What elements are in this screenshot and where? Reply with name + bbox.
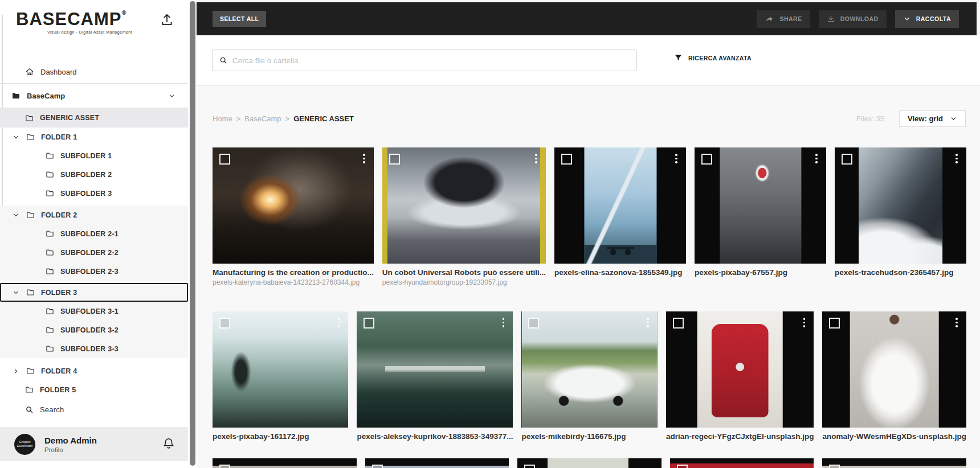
asset-thumbnail[interactable] — [357, 311, 513, 428]
thumbnail-image — [720, 147, 801, 264]
asset-thumbnail[interactable] — [554, 147, 686, 264]
asset-card[interactable] — [670, 458, 814, 468]
chevron-down-icon[interactable] — [13, 289, 26, 296]
asset-card[interactable]: pexels-aleksey-kuprikov-1883853-349377..… — [357, 311, 513, 441]
search-input[interactable] — [232, 56, 603, 65]
kebab-menu-icon[interactable] — [360, 153, 369, 167]
sidebar-item-subfolder2-2[interactable]: SUBFOLDER 2-2 — [0, 243, 188, 262]
asset-card[interactable] — [822, 458, 966, 468]
asset-card[interactable]: Un cobot Universal Robots può essere uti… — [382, 147, 546, 288]
sidebar-item-label: FOLDER 5 — [40, 386, 76, 394]
kebab-menu-icon[interactable] — [952, 317, 961, 331]
asset-card[interactable] — [213, 458, 357, 468]
download-button[interactable]: DOWNLOAD — [819, 10, 887, 28]
select-checkbox[interactable] — [389, 154, 400, 165]
folder-icon — [26, 367, 35, 375]
select-checkbox[interactable] — [673, 318, 684, 329]
asset-thumbnail[interactable] — [695, 147, 826, 264]
folder-icon — [26, 133, 35, 141]
sidebar-item-folder1[interactable]: FOLDER 1 — [0, 128, 188, 146]
select-checkbox[interactable] — [219, 465, 230, 468]
asset-card[interactable] — [365, 458, 509, 468]
sidebar-item-folder5[interactable]: FOLDER 5 — [0, 380, 188, 399]
select-checkbox[interactable] — [701, 154, 712, 165]
select-checkbox[interactable] — [219, 318, 230, 329]
chevron-down-icon[interactable] — [13, 134, 26, 141]
sidebar-item-folder4[interactable]: FOLDER 4 — [0, 362, 188, 380]
sidebar-item-subfolder1[interactable]: SUBFOLDER 1 — [0, 146, 188, 165]
collection-button[interactable]: RACCOLTA — [895, 10, 959, 28]
asset-card[interactable]: pexels-pixabay-161172.jpg — [213, 311, 348, 441]
select-checkbox[interactable] — [372, 465, 383, 468]
thumbnail-image — [859, 147, 943, 264]
select-checkbox[interactable] — [524, 465, 535, 468]
search-bar[interactable] — [212, 50, 637, 71]
asset-card[interactable]: anomaly-WWesmHEgXDs-unsplash.jpg — [822, 311, 966, 441]
asset-thumbnail[interactable] — [835, 147, 966, 264]
select-checkbox[interactable] — [829, 465, 840, 468]
sidebar-item-folder2[interactable]: FOLDER 2 — [0, 206, 188, 224]
sidebar-item-subfolder3-2[interactable]: SUBFOLDER 3-2 — [0, 321, 188, 339]
asset-thumbnail[interactable] — [213, 147, 374, 264]
sidebar-item-folder3[interactable]: FOLDER 3 — [0, 283, 188, 302]
sidebar-item-subfolder2-1[interactable]: SUBFOLDER 2-1 — [0, 224, 188, 243]
asset-thumbnail[interactable] — [521, 311, 657, 428]
chevron-right-icon[interactable] — [13, 368, 26, 375]
asset-card[interactable]: adrian-regeci-YFgzCJxtgEI-unsplash.jpg — [666, 311, 814, 441]
sidebar-item-search[interactable]: Search — [0, 400, 188, 419]
select-checkbox[interactable] — [842, 154, 852, 165]
kebab-menu-icon[interactable] — [643, 317, 652, 331]
asset-card[interactable]: pexels-elina-sazonova-1855349.jpg — [554, 147, 686, 288]
select-all-button[interactable]: SELECT ALL — [213, 11, 266, 27]
sidebar-item-generic-asset[interactable]: GENERIC ASSET — [0, 108, 188, 128]
select-checkbox[interactable] — [364, 318, 374, 329]
profile-link[interactable]: Profilo — [44, 446, 97, 453]
profile-bar[interactable]: Gruppo Euromobil Demo Admin Profilo — [0, 427, 188, 461]
sidebar-item-subfolder3-3[interactable]: SUBFOLDER 3-3 — [0, 339, 188, 358]
select-checkbox[interactable] — [829, 318, 840, 329]
notifications-bell-icon[interactable] — [162, 437, 175, 450]
page-scrollbar[interactable] — [190, 1, 195, 466]
asset-card[interactable]: Manufacturing is the creation or product… — [213, 147, 374, 288]
select-checkbox[interactable] — [219, 154, 230, 165]
kebab-menu-icon[interactable] — [499, 317, 508, 331]
kebab-menu-icon[interactable] — [334, 317, 343, 331]
asset-card[interactable]: pexels-pixabay-67557.jpg — [695, 147, 826, 288]
select-checkbox[interactable] — [677, 465, 688, 468]
kebab-menu-icon[interactable] — [812, 153, 821, 167]
asset-thumbnail[interactable] — [666, 311, 814, 428]
asset-thumbnail[interactable] — [213, 311, 348, 428]
kebab-menu-icon[interactable] — [799, 317, 808, 331]
select-checkbox[interactable] — [561, 154, 572, 165]
asset-thumbnail[interactable] — [382, 147, 546, 264]
share-button[interactable]: SHARE — [757, 10, 810, 28]
kebab-menu-icon[interactable] — [532, 153, 541, 167]
upload-icon[interactable] — [160, 13, 174, 27]
chevron-down-icon[interactable] — [13, 212, 26, 219]
asset-card[interactable]: pexels-tracehudson-2365457.jpg — [835, 147, 966, 288]
asset-card[interactable]: pexels-mikebirdy-116675.jpg — [521, 311, 657, 441]
search-icon — [219, 56, 227, 64]
sidebar-item-subfolder3-1[interactable]: SUBFOLDER 3-1 — [0, 302, 188, 321]
advanced-search-button[interactable]: RICERCA AVANZATA — [674, 54, 752, 62]
sidebar-item-dashboard[interactable]: Dashboard — [0, 63, 188, 81]
select-checkbox[interactable] — [528, 318, 539, 329]
sidebar-item-subfolder3[interactable]: SUBFOLDER 3 — [0, 184, 188, 203]
breadcrumb-parent[interactable]: BaseCamp — [244, 114, 281, 123]
folder-icon — [25, 114, 34, 122]
thumbnail-image — [382, 147, 546, 264]
asset-card[interactable] — [517, 458, 662, 468]
asset-thumbnail[interactable] — [822, 311, 966, 428]
sidebar-item-basecamp-root[interactable]: BaseCamp — [0, 83, 188, 108]
sidebar-item-label: FOLDER 1 — [41, 133, 77, 141]
avatar[interactable]: Gruppo Euromobil — [14, 434, 35, 455]
chevron-down-icon[interactable] — [168, 92, 175, 100]
kebab-menu-icon[interactable] — [672, 153, 681, 167]
view-mode-select[interactable]: View: grid — [899, 110, 966, 127]
kebab-menu-icon[interactable] — [952, 153, 961, 167]
sidebar-item-subfolder2-3[interactable]: SUBFOLDER 2-3 — [0, 262, 188, 281]
sidebar-item-subfolder2[interactable]: SUBFOLDER 2 — [0, 165, 188, 184]
chevron-down-icon — [950, 115, 957, 122]
thumbnail-image — [697, 311, 783, 428]
breadcrumb-home[interactable]: Home — [213, 114, 232, 123]
